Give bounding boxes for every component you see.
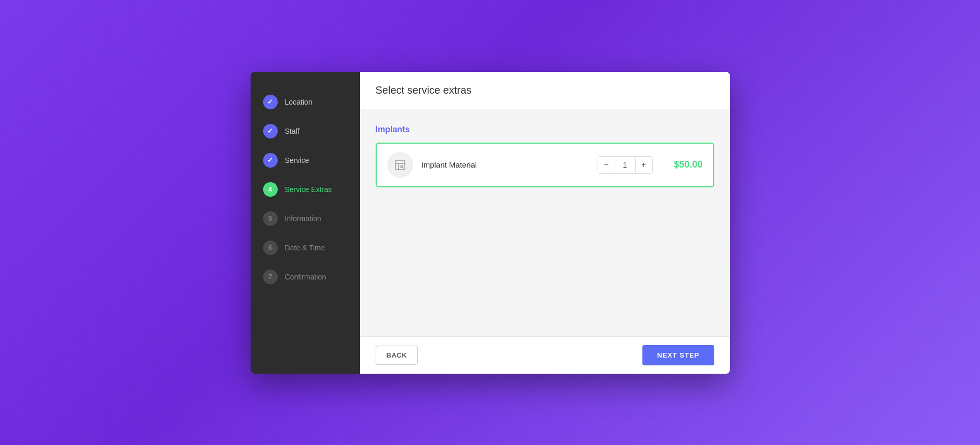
main-footer: BACK NEXT STEP <box>360 336 730 374</box>
sidebar-item-location[interactable]: ✓ Location <box>251 87 360 117</box>
sidebar-item-label: Staff <box>285 127 300 135</box>
sidebar-item-label: Location <box>285 98 313 106</box>
page-title: Select service extras <box>376 84 714 96</box>
step-badge-staff: ✓ <box>263 124 278 138</box>
sidebar-item-label: Confirmation <box>285 273 326 281</box>
sidebar-item-label: Date & Time <box>285 244 325 252</box>
implant-icon <box>394 159 406 171</box>
main-content: Select service extras Implants Implant M… <box>360 72 730 374</box>
svg-point-1 <box>401 166 403 168</box>
section-title: Implants <box>376 125 714 134</box>
extra-item-name: Implant Material <box>421 160 589 169</box>
next-step-button[interactable]: NEXT STEP <box>642 345 714 365</box>
quantity-input[interactable] <box>615 157 636 173</box>
step-badge-service-extras: 4 <box>263 182 278 197</box>
sidebar: ✓ Location ✓ Staff ✓ Service 4 Service E… <box>251 72 360 374</box>
step-badge-date-time: 6 <box>263 240 278 255</box>
item-price: $50.00 <box>661 159 703 170</box>
step-badge-service: ✓ <box>263 153 278 168</box>
svg-rect-0 <box>395 160 405 170</box>
sidebar-item-service[interactable]: ✓ Service <box>251 146 360 175</box>
sidebar-item-date-time[interactable]: 6 Date & Time <box>251 233 360 262</box>
step-number: 5 <box>268 214 272 222</box>
back-button[interactable]: BACK <box>376 346 418 365</box>
step-badge-information: 5 <box>263 211 278 226</box>
sidebar-item-information[interactable]: 5 Information <box>251 204 360 233</box>
step-badge-location: ✓ <box>263 95 278 109</box>
extra-item-implant-material: Implant Material − + $50.00 <box>376 143 714 187</box>
step-number: 7 <box>268 273 272 281</box>
main-header: Select service extras <box>360 72 730 109</box>
main-body: Implants Implant Material − + $50.00 <box>360 109 730 336</box>
check-icon: ✓ <box>267 156 273 164</box>
quantity-decrease-button[interactable]: − <box>598 157 615 173</box>
sidebar-item-staff[interactable]: ✓ Staff <box>251 117 360 146</box>
sidebar-item-confirmation[interactable]: 7 Confirmation <box>251 262 360 291</box>
item-icon <box>387 152 413 178</box>
sidebar-item-label: Service Extras <box>285 185 332 194</box>
quantity-control: − + <box>598 156 653 174</box>
sidebar-item-label: Information <box>285 214 321 223</box>
sidebar-item-label: Service <box>285 156 309 164</box>
check-icon: ✓ <box>267 127 273 135</box>
step-badge-confirmation: 7 <box>263 270 278 284</box>
step-number: 4 <box>268 185 272 193</box>
sidebar-item-service-extras[interactable]: 4 Service Extras <box>251 175 360 204</box>
check-icon: ✓ <box>267 98 273 106</box>
quantity-increase-button[interactable]: + <box>636 157 652 173</box>
step-number: 6 <box>268 244 272 251</box>
